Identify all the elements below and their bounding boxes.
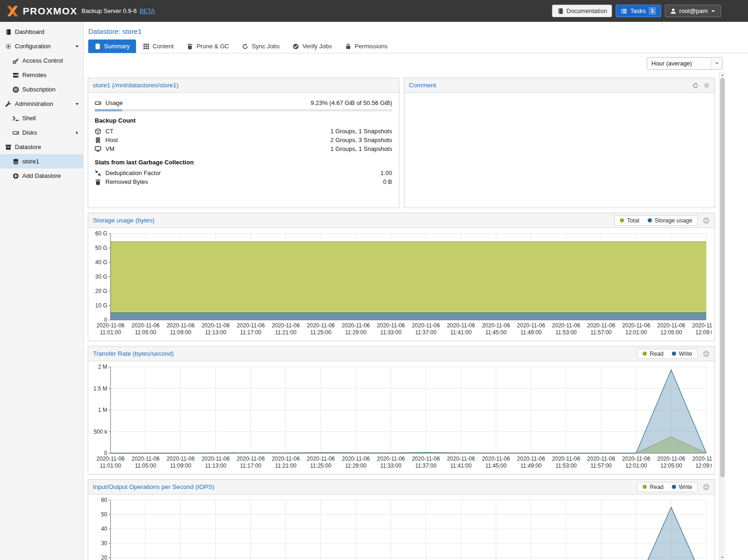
comment-body[interactable]	[404, 93, 715, 208]
sidebar-item-access-control[interactable]: Access Control	[0, 53, 83, 68]
svg-text:2020-11-06: 2020-11-06	[307, 322, 335, 329]
comment-panel-title: Comment	[409, 82, 436, 89]
svg-text:40 G: 40 G	[95, 259, 107, 266]
comment-panel: Comment	[404, 78, 715, 208]
lock-icon	[345, 43, 351, 50]
tab-summary[interactable]: Summary	[88, 39, 136, 53]
legend-item-total[interactable]: Total	[620, 217, 639, 224]
svg-text:2020-11-06: 2020-11-06	[657, 456, 685, 462]
svg-text:11:13:00: 11:13:00	[205, 329, 226, 336]
cube-icon	[95, 128, 101, 135]
svg-text:2020-11-06: 2020-11-06	[167, 456, 195, 462]
tab-label: Permissions	[355, 43, 388, 50]
chart-legend: TotalStorage usage	[614, 215, 698, 226]
vertical-scrollbar[interactable]	[719, 72, 725, 560]
svg-text:30 G: 30 G	[95, 273, 107, 280]
svg-text:11:57:00: 11:57:00	[591, 329, 612, 336]
terminal-icon	[13, 115, 19, 122]
sidebar-item-dashboard[interactable]: Dashboard	[0, 25, 83, 39]
documentation-button[interactable]: Documentation	[552, 5, 612, 17]
legend-dot	[620, 218, 624, 222]
tasks-count-badge: 1	[649, 7, 656, 15]
chart-canvas: 01020304050602020-11-0611:01:002020-11-0…	[88, 495, 715, 560]
time-range-select[interactable]: Hour (average)	[647, 57, 722, 70]
app-root: PROXMOX Backup Server 0.9-6 BETA Documen…	[0, 0, 748, 560]
svg-text:2020-11-06: 2020-11-06	[237, 322, 265, 329]
chart-header: Input/Output Operations per Second (IOPS…	[88, 480, 715, 495]
sidebar-item-label: Dashboard	[15, 28, 45, 35]
sidebar-item-configuration[interactable]: Configuration	[0, 39, 83, 53]
top-header: PROXMOX Backup Server 0.9-6 BETA Documen…	[0, 0, 748, 22]
summary-panel-title: store1 (/mnt/datastores/store1)	[93, 82, 179, 89]
tab-permissions[interactable]: Permissions	[339, 39, 394, 53]
legend-dot	[643, 352, 647, 356]
tab-prune-gc[interactable]: Prune & GC	[181, 39, 235, 53]
svg-text:60 G: 60 G	[95, 230, 107, 237]
backup-count-row-vm: VM1 Groups, 1 Snapshots	[95, 144, 392, 153]
caret-right-icon[interactable]	[74, 130, 80, 136]
brand: PROXMOX Backup Server 0.9-6 BETA	[6, 4, 155, 18]
product-version: Backup Server 0.9-6	[82, 7, 137, 14]
collapse-chart-icon[interactable]	[702, 217, 710, 224]
tab-label: Sync Jobs	[252, 43, 280, 50]
svg-text:11:33:00: 11:33:00	[380, 329, 402, 336]
sidebar-item-shell[interactable]: Shell	[0, 111, 83, 125]
svg-text:2020-11-06: 2020-11-06	[131, 456, 160, 462]
svg-text:2020-11-06: 2020-11-06	[657, 322, 685, 329]
tab-label: Content	[153, 43, 174, 50]
svg-text:11:41:00: 11:41:00	[450, 462, 472, 469]
legend-item-read[interactable]: Read	[643, 351, 663, 357]
svg-text:2020-11-06: 2020-11-06	[167, 322, 195, 329]
tab-content[interactable]: Content	[137, 39, 180, 53]
svg-text:2020-11-06: 2020-11-06	[342, 456, 370, 462]
sidebar-item-label: Datastore	[15, 143, 41, 150]
sidebar-item-disks[interactable]: Disks	[0, 125, 83, 140]
book-icon	[557, 8, 564, 14]
scrollbar-thumb[interactable]	[720, 78, 725, 477]
chart-legend: ReadWrite	[637, 482, 698, 492]
sidebar-item-store1[interactable]: store1	[0, 154, 83, 169]
svg-text:11:29:00: 11:29:00	[345, 462, 366, 469]
collapse-chart-icon[interactable]	[702, 350, 710, 358]
legend-item-storage-usage[interactable]: Storage usage	[648, 217, 692, 224]
user-menu-button[interactable]: root@pam	[665, 5, 721, 17]
sidebar-item-label: Add Datastore	[22, 172, 61, 179]
collapse-chart-icon[interactable]	[702, 483, 710, 491]
sidebar-item-datastore[interactable]: Datastore	[0, 140, 83, 154]
tab-verify-jobs[interactable]: Verify Jobs	[286, 39, 338, 53]
svg-text:2020-11-06: 2020-11-06	[692, 322, 712, 329]
legend-item-read[interactable]: Read	[643, 484, 663, 490]
scroll-down-arrow[interactable]	[720, 554, 725, 560]
chart-panel-storage-usage-bytes: Storage usage (bytes)TotalStorage usage0…	[88, 213, 715, 341]
beta-link[interactable]: BETA	[139, 7, 155, 14]
scroll-up-arrow[interactable]	[720, 72, 725, 78]
sidebar-item-add-datastore[interactable]: Add Datastore	[0, 169, 83, 183]
svg-text:2020-11-06: 2020-11-06	[377, 322, 405, 329]
svg-text:11:25:00: 11:25:00	[310, 329, 332, 336]
svg-text:11:09:00: 11:09:00	[170, 329, 191, 336]
tasks-button[interactable]: Tasks 1	[616, 5, 661, 17]
legend-item-write[interactable]: Write	[672, 351, 692, 357]
sidebar-item-subscription[interactable]: Subscription	[0, 82, 83, 97]
combo-caret-icon[interactable]	[711, 58, 722, 69]
sidebar-item-label: Subscription	[22, 86, 56, 93]
compress-icon	[95, 170, 101, 176]
gear-icon[interactable]	[703, 82, 710, 89]
tab-sync-jobs[interactable]: Sync Jobs	[236, 39, 286, 53]
refresh-icon[interactable]	[692, 82, 699, 89]
comment-panel-header: Comment	[404, 78, 715, 93]
svg-text:50: 50	[101, 511, 108, 518]
svg-text:2020-11-06: 2020-11-06	[587, 456, 615, 462]
sidebar-item-label: Access Control	[22, 57, 63, 64]
svg-text:11:41:00: 11:41:00	[450, 329, 472, 336]
svg-text:11:33:00: 11:33:00	[380, 462, 402, 469]
sidebar-item-remotes[interactable]: Remotes	[0, 68, 83, 82]
user-icon	[670, 8, 676, 14]
caret-down-icon[interactable]	[74, 101, 80, 107]
svg-text:2020-11-06: 2020-11-06	[377, 456, 405, 462]
caret-down-icon[interactable]	[74, 44, 80, 49]
sidebar-item-administration[interactable]: Administration	[0, 97, 83, 111]
legend-item-write[interactable]: Write	[672, 484, 692, 490]
username-label: root@pam	[679, 7, 708, 14]
tab-label: Verify Jobs	[302, 43, 332, 50]
